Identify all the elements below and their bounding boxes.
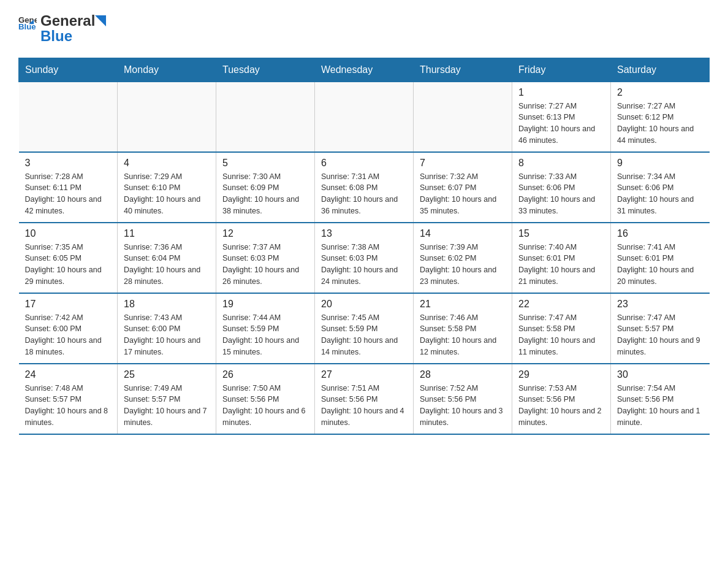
day-number: 20: [321, 299, 407, 310]
day-info: Sunrise: 7:31 AM Sunset: 6:08 PM Dayligh…: [321, 171, 407, 217]
day-number: 1: [518, 87, 604, 98]
day-info: Sunrise: 7:53 AM Sunset: 5:56 PM Dayligh…: [518, 383, 604, 429]
day-info: Sunrise: 7:50 AM Sunset: 5:56 PM Dayligh…: [222, 383, 308, 429]
day-number: 25: [124, 369, 210, 380]
day-number: 6: [321, 158, 407, 169]
day-cell: 3Sunrise: 7:28 AM Sunset: 6:11 PM Daylig…: [19, 152, 118, 223]
day-info: Sunrise: 7:34 AM Sunset: 6:06 PM Dayligh…: [617, 171, 703, 217]
day-info: Sunrise: 7:33 AM Sunset: 6:06 PM Dayligh…: [518, 171, 604, 217]
day-number: 4: [124, 158, 210, 169]
day-info: Sunrise: 7:36 AM Sunset: 6:04 PM Dayligh…: [124, 242, 210, 288]
day-info: Sunrise: 7:54 AM Sunset: 5:56 PM Dayligh…: [617, 383, 703, 429]
weekday-header-tuesday: Tuesday: [216, 58, 315, 82]
day-info: Sunrise: 7:52 AM Sunset: 5:56 PM Dayligh…: [420, 383, 506, 429]
week-row-2: 3Sunrise: 7:28 AM Sunset: 6:11 PM Daylig…: [19, 152, 710, 223]
day-cell: 4Sunrise: 7:29 AM Sunset: 6:10 PM Daylig…: [118, 152, 216, 223]
day-info: Sunrise: 7:46 AM Sunset: 5:58 PM Dayligh…: [420, 312, 506, 358]
day-cell: 1Sunrise: 7:27 AM Sunset: 6:13 PM Daylig…: [512, 82, 611, 152]
day-info: Sunrise: 7:51 AM Sunset: 5:56 PM Dayligh…: [321, 383, 407, 429]
day-info: Sunrise: 7:32 AM Sunset: 6:07 PM Dayligh…: [420, 171, 506, 217]
day-number: 8: [518, 158, 604, 169]
day-number: 21: [420, 299, 506, 310]
day-cell: 13Sunrise: 7:38 AM Sunset: 6:03 PM Dayli…: [315, 223, 414, 293]
day-number: 11: [124, 228, 210, 239]
day-info: Sunrise: 7:27 AM Sunset: 6:12 PM Dayligh…: [617, 101, 703, 147]
day-number: 5: [222, 158, 308, 169]
day-cell: 27Sunrise: 7:51 AM Sunset: 5:56 PM Dayli…: [315, 364, 414, 434]
day-info: Sunrise: 7:43 AM Sunset: 6:00 PM Dayligh…: [124, 312, 210, 358]
day-info: Sunrise: 7:29 AM Sunset: 6:10 PM Dayligh…: [124, 171, 210, 217]
day-cell: 20Sunrise: 7:45 AM Sunset: 5:59 PM Dayli…: [315, 293, 414, 364]
day-info: Sunrise: 7:40 AM Sunset: 6:01 PM Dayligh…: [518, 242, 604, 288]
day-number: 27: [321, 369, 407, 380]
day-cell: 15Sunrise: 7:40 AM Sunset: 6:01 PM Dayli…: [512, 223, 611, 293]
weekday-header-row: SundayMondayTuesdayWednesdayThursdayFrid…: [19, 58, 710, 82]
day-info: Sunrise: 7:30 AM Sunset: 6:09 PM Dayligh…: [222, 171, 308, 217]
day-cell: 21Sunrise: 7:46 AM Sunset: 5:58 PM Dayli…: [414, 293, 512, 364]
day-cell: 30Sunrise: 7:54 AM Sunset: 5:56 PM Dayli…: [611, 364, 710, 434]
day-cell: 9Sunrise: 7:34 AM Sunset: 6:06 PM Daylig…: [611, 152, 710, 223]
day-number: 30: [617, 369, 703, 380]
day-number: 24: [25, 369, 112, 380]
day-info: Sunrise: 7:38 AM Sunset: 6:03 PM Dayligh…: [321, 242, 407, 288]
day-number: 13: [321, 228, 407, 239]
page-header: General Blue General Blue: [18, 12, 710, 45]
day-number: 16: [617, 228, 703, 239]
day-cell: 2Sunrise: 7:27 AM Sunset: 6:12 PM Daylig…: [611, 82, 710, 152]
day-cell: 17Sunrise: 7:42 AM Sunset: 6:00 PM Dayli…: [19, 293, 118, 364]
day-number: 2: [617, 87, 703, 98]
day-number: 7: [420, 158, 506, 169]
day-info: Sunrise: 7:27 AM Sunset: 6:13 PM Dayligh…: [518, 101, 604, 147]
day-number: 29: [518, 369, 604, 380]
weekday-header-thursday: Thursday: [414, 58, 512, 82]
day-info: Sunrise: 7:47 AM Sunset: 5:57 PM Dayligh…: [617, 312, 703, 358]
day-info: Sunrise: 7:41 AM Sunset: 6:01 PM Dayligh…: [617, 242, 703, 288]
weekday-header-friday: Friday: [512, 58, 611, 82]
day-number: 9: [617, 158, 703, 169]
day-number: 23: [617, 299, 703, 310]
day-info: Sunrise: 7:35 AM Sunset: 6:05 PM Dayligh…: [25, 242, 112, 288]
day-cell: [19, 82, 118, 152]
day-cell: [216, 82, 315, 152]
day-cell: 24Sunrise: 7:48 AM Sunset: 5:57 PM Dayli…: [19, 364, 118, 434]
day-cell: 12Sunrise: 7:37 AM Sunset: 6:03 PM Dayli…: [216, 223, 315, 293]
day-cell: 5Sunrise: 7:30 AM Sunset: 6:09 PM Daylig…: [216, 152, 315, 223]
day-cell: 19Sunrise: 7:44 AM Sunset: 5:59 PM Dayli…: [216, 293, 315, 364]
logo-icon: General Blue: [18, 12, 37, 31]
day-number: 15: [518, 228, 604, 239]
logo-blue-text: Blue: [40, 28, 106, 45]
day-info: Sunrise: 7:42 AM Sunset: 6:00 PM Dayligh…: [25, 312, 112, 358]
week-row-3: 10Sunrise: 7:35 AM Sunset: 6:05 PM Dayli…: [19, 223, 710, 293]
weekday-header-sunday: Sunday: [19, 58, 118, 82]
weekday-header-monday: Monday: [118, 58, 216, 82]
day-cell: 26Sunrise: 7:50 AM Sunset: 5:56 PM Dayli…: [216, 364, 315, 434]
day-number: 18: [124, 299, 210, 310]
day-cell: 7Sunrise: 7:32 AM Sunset: 6:07 PM Daylig…: [414, 152, 512, 223]
logo: General Blue General Blue: [18, 12, 106, 45]
day-number: 19: [222, 299, 308, 310]
day-cell: 25Sunrise: 7:49 AM Sunset: 5:57 PM Dayli…: [118, 364, 216, 434]
calendar-table: SundayMondayTuesdayWednesdayThursdayFrid…: [18, 58, 710, 435]
day-number: 28: [420, 369, 506, 380]
day-number: 10: [25, 228, 112, 239]
day-cell: 6Sunrise: 7:31 AM Sunset: 6:08 PM Daylig…: [315, 152, 414, 223]
day-info: Sunrise: 7:28 AM Sunset: 6:11 PM Dayligh…: [25, 171, 112, 217]
day-cell: [118, 82, 216, 152]
day-number: 22: [518, 299, 604, 310]
svg-marker-3: [95, 15, 106, 26]
day-cell: 8Sunrise: 7:33 AM Sunset: 6:06 PM Daylig…: [512, 152, 611, 223]
day-cell: 16Sunrise: 7:41 AM Sunset: 6:01 PM Dayli…: [611, 223, 710, 293]
day-cell: 28Sunrise: 7:52 AM Sunset: 5:56 PM Dayli…: [414, 364, 512, 434]
day-number: 3: [25, 158, 112, 169]
day-info: Sunrise: 7:39 AM Sunset: 6:02 PM Dayligh…: [420, 242, 506, 288]
weekday-header-saturday: Saturday: [611, 58, 710, 82]
day-cell: 11Sunrise: 7:36 AM Sunset: 6:04 PM Dayli…: [118, 223, 216, 293]
day-cell: [315, 82, 414, 152]
day-cell: [414, 82, 512, 152]
day-cell: 10Sunrise: 7:35 AM Sunset: 6:05 PM Dayli…: [19, 223, 118, 293]
logo-triangle: [95, 15, 106, 26]
day-cell: 18Sunrise: 7:43 AM Sunset: 6:00 PM Dayli…: [118, 293, 216, 364]
day-cell: 22Sunrise: 7:47 AM Sunset: 5:58 PM Dayli…: [512, 293, 611, 364]
day-number: 17: [25, 299, 112, 310]
day-info: Sunrise: 7:37 AM Sunset: 6:03 PM Dayligh…: [222, 242, 308, 288]
